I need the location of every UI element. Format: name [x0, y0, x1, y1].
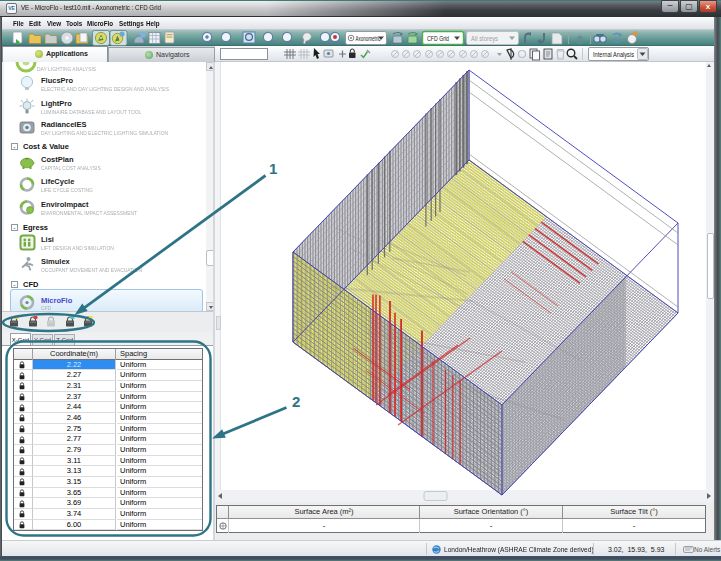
- svg-text:1: 1: [269, 160, 277, 177]
- svg-text:2: 2: [292, 393, 300, 410]
